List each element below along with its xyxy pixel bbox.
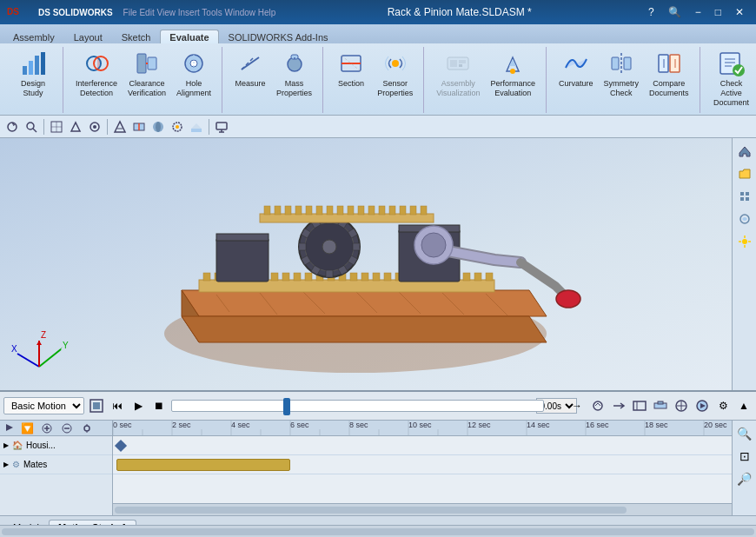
- motion-btn-6[interactable]: [693, 397, 711, 414]
- rotate-tool[interactable]: [3, 118, 21, 136]
- motion-rewind[interactable]: ⏮: [109, 397, 126, 414]
- view-home-button[interactable]: [735, 142, 754, 161]
- keyframe-housing[interactable]: [115, 440, 127, 452]
- appearance-button[interactable]: [735, 209, 754, 229]
- svg-rect-4: [35, 56, 39, 75]
- monitor-tool[interactable]: [213, 118, 230, 136]
- symmetry-button[interactable]: SymmetryCheck: [600, 47, 643, 101]
- svg-rect-103: [353, 243, 360, 250]
- compare-button[interactable]: CompareDocuments: [646, 47, 693, 101]
- zoom-tool[interactable]: [23, 118, 40, 136]
- timeline-add[interactable]: [38, 420, 56, 437]
- view-tool-1[interactable]: [48, 118, 65, 136]
- assembly-viz-button[interactable]: AssemblyVisualization: [433, 47, 483, 101]
- tab-layout[interactable]: Layout: [64, 30, 112, 43]
- svg-text:Z: Z: [41, 330, 46, 340]
- svg-rect-122: [358, 206, 364, 215]
- timeline-filter[interactable]: 🔽: [18, 420, 36, 437]
- expand-icon-mates[interactable]: ▶: [3, 461, 9, 468]
- svg-rect-141: [740, 192, 744, 196]
- tab-evaluate[interactable]: Evaluate: [160, 30, 218, 43]
- measure-button[interactable]: Measure: [231, 47, 269, 91]
- clearance-verification-button[interactable]: ClearanceVerification: [124, 47, 169, 101]
- motion-bar: Basic Motion Animation ⏮ ▶ ⏹ 0.00s →: [0, 390, 756, 420]
- tab-assembly[interactable]: Assembly: [3, 30, 64, 43]
- svg-rect-74: [282, 273, 289, 281]
- motion-mode-select[interactable]: Basic Motion Animation: [3, 397, 84, 414]
- close-button[interactable]: ✕: [730, 4, 749, 20]
- appearance-tool[interactable]: [169, 118, 186, 136]
- help-button[interactable]: ?: [643, 4, 660, 20]
- timeline-settings[interactable]: [78, 420, 96, 437]
- motion-icons-btn[interactable]: [88, 397, 105, 414]
- hole-alignment-button[interactable]: HoleAlignment: [173, 47, 215, 101]
- timeline-header: 🔽: [0, 421, 112, 436]
- motion-btn-2[interactable]: [610, 397, 627, 414]
- tab-sketch[interactable]: Sketch: [112, 30, 161, 43]
- timeline-item-mates[interactable]: ▶ ⚙ Mates: [0, 455, 112, 474]
- section-view-tool[interactable]: [130, 118, 148, 136]
- timeline-item-housing[interactable]: ▶ 🏠 Housi...: [0, 436, 112, 455]
- motion-play[interactable]: ▶: [129, 397, 147, 414]
- expand-icon[interactable]: ▶: [3, 441, 9, 449]
- timeline-hscroll-left[interactable]: [0, 525, 756, 537]
- tab-addins[interactable]: SOLIDWORKS Add-Ins: [219, 30, 338, 43]
- motion-btn-5[interactable]: [673, 397, 690, 414]
- check-active-icon: [718, 50, 746, 77]
- group-check: Check ActiveDocument: [702, 47, 756, 113]
- timeline-right-controls: 🔍 ⊡ 🔎: [732, 421, 756, 515]
- svg-rect-123: [368, 206, 375, 215]
- timeline-delete[interactable]: [58, 420, 76, 437]
- view-tool-3[interactable]: [86, 118, 103, 136]
- svg-point-25: [510, 69, 515, 74]
- svg-rect-152: [93, 402, 100, 409]
- svg-rect-144: [746, 197, 749, 201]
- performance-button[interactable]: PerformanceEvaluation: [487, 47, 540, 101]
- scene-tool[interactable]: [188, 118, 205, 136]
- motion-btn-1[interactable]: [589, 397, 607, 414]
- svg-rect-81: [361, 273, 368, 281]
- view-tool-2[interactable]: [67, 118, 84, 136]
- motion-key-select[interactable]: 0.00s: [547, 397, 565, 414]
- timeline-zoom-fit[interactable]: ⊡: [735, 447, 754, 466]
- motion-stop[interactable]: ⏹: [150, 397, 168, 414]
- display-mode-tool[interactable]: [149, 118, 167, 136]
- track-mates[interactable]: [113, 455, 756, 474]
- svg-rect-82: [373, 273, 380, 281]
- view-3d-button[interactable]: [735, 187, 754, 206]
- svg-rect-3: [29, 61, 33, 75]
- lighting-button[interactable]: [735, 232, 754, 251]
- motion-settings[interactable]: ⚙: [714, 397, 732, 414]
- timeline-zoom-out[interactable]: 🔎: [735, 469, 754, 488]
- curvature-button[interactable]: Curvature: [555, 47, 597, 91]
- section-button[interactable]: Section: [332, 47, 370, 91]
- view-folder-button[interactable]: [735, 164, 754, 183]
- check-active-button[interactable]: Check ActiveDocument: [709, 47, 754, 109]
- sensor-button[interactable]: SensorProperties: [374, 47, 416, 101]
- svg-rect-109: [299, 243, 306, 250]
- motion-expand[interactable]: ▲: [735, 397, 753, 414]
- timeline-zoom-in[interactable]: 🔍: [735, 424, 754, 443]
- group-assembly-viz: AssemblyVisualization PerformanceEvaluat…: [426, 47, 547, 113]
- motion-arrow[interactable]: →: [568, 397, 586, 414]
- animation-bar[interactable]: [116, 459, 290, 471]
- mass-properties-button[interactable]: MassProperties: [273, 47, 315, 101]
- motion-scrubber[interactable]: [171, 400, 544, 412]
- motion-btn-3[interactable]: [631, 397, 648, 414]
- maximize-button[interactable]: □: [710, 4, 726, 20]
- perspective-tool[interactable]: [111, 118, 129, 136]
- viewport[interactable]: Y X Z: [0, 138, 756, 390]
- design-study-button[interactable]: DesignStudy: [10, 47, 56, 101]
- track-housing[interactable]: [113, 436, 756, 455]
- interference-detection-button[interactable]: InterferenceDetection: [72, 47, 121, 101]
- group-study: DesignStudy: [3, 47, 63, 113]
- svg-rect-127: [410, 206, 416, 215]
- motion-btn-4[interactable]: [652, 397, 669, 414]
- timeline-hscroll[interactable]: [113, 503, 756, 515]
- clearance-icon: [133, 50, 161, 77]
- minimize-button[interactable]: −: [690, 4, 706, 20]
- search-button[interactable]: 🔍: [663, 4, 686, 20]
- motion-thumb[interactable]: [283, 398, 290, 415]
- svg-rect-2: [23, 66, 27, 75]
- ribbon: Assembly Layout Sketch Evaluate SOLIDWOR…: [0, 24, 756, 116]
